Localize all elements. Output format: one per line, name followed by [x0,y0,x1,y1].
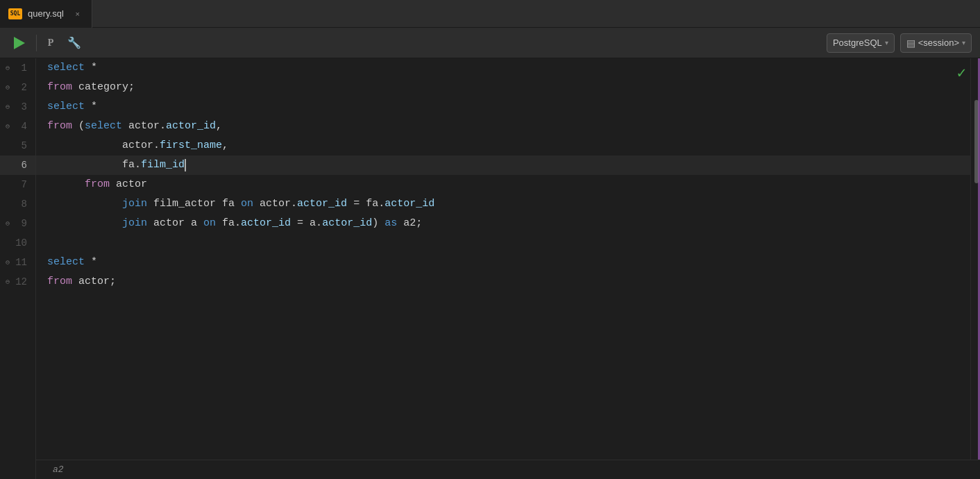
tab-bar: SQL query.sql × [0,0,980,28]
tab-query-sql[interactable]: SQL query.sql × [0,0,92,28]
validation-checkmark: ✓ [957,64,966,83]
db-selector-arrow-icon: ▾ [885,39,888,47]
fold-icon-2[interactable]: ⊖ [3,83,12,92]
code-line-7: from actor [36,175,970,194]
code-line-4: from (select actor.actor_id, [36,117,970,136]
fold-icon-11[interactable]: ⊖ [3,258,12,267]
code-line-11: select * [36,253,970,272]
p-button[interactable]: P [42,35,59,51]
wrench-icon: 🔧 [67,36,81,49]
scrollbar[interactable] [970,58,980,479]
bottom-hint-text: a2 [53,464,64,475]
toolbar-right: PostgreSQL ▾ ▤ <session> ▾ [827,33,972,53]
tab-close-button[interactable]: × [72,8,83,19]
fold-icon-4[interactable]: ⊖ [3,121,12,131]
wrench-button[interactable]: 🔧 [65,33,84,53]
code-line-10 [36,233,970,253]
run-icon [14,37,25,49]
run-button[interactable] [8,33,31,53]
code-area[interactable]: select * from category; select * from (s… [36,58,970,479]
line-number-10: 10 [0,233,35,253]
sql-file-icon: SQL [8,8,22,19]
tab-filename: query.sql [28,8,64,19]
line-number-8: 8 [0,194,35,214]
fold-icon-9[interactable]: ⊖ [3,219,12,228]
db-selector-label: PostgreSQL [833,37,882,48]
session-selector-label: <session> [918,37,959,48]
code-line-3: select * [36,97,970,117]
toolbar: P 🔧 PostgreSQL ▾ ▤ <session> ▾ [0,28,980,58]
code-line-12: from actor; [36,272,970,292]
session-arrow-icon: ▾ [962,39,965,47]
fold-icon-12[interactable]: ⊖ [3,277,12,287]
line-number-2: ⊖ 2 [0,78,35,97]
line-number-4: ⊖ 4 [0,117,35,136]
text-cursor [185,159,186,171]
code-line-9: join actor a on fa.actor_id = a.actor_id… [36,214,970,233]
fold-icon-3[interactable]: ⊖ [3,102,12,112]
line-number-9: ⊖ 9 [0,214,35,233]
fold-icon-1[interactable]: ⊖ [3,63,12,73]
code-line-1: select * [36,58,970,78]
toolbar-divider-1 [36,35,37,51]
code-line-2: from category; [36,78,970,97]
code-line-6: fa.film_id [36,156,970,175]
line-number-12: ⊖ 12 [0,272,35,292]
editor-container: ⊖ 1 ⊖ 2 ⊖ 3 ⊖ 4 5 6 7 8 [0,58,980,479]
line-number-6: 6 [0,156,35,175]
line-number-11: ⊖ 11 [0,253,35,272]
db-selector-dropdown[interactable]: PostgreSQL ▾ [827,33,895,53]
line-numbers: ⊖ 1 ⊖ 2 ⊖ 3 ⊖ 4 5 6 7 8 [0,58,36,479]
code-line-5: actor.first_name, [36,136,970,156]
toolbar-left: P 🔧 [8,33,84,53]
line-number-5: 5 [0,136,35,156]
bottom-hint-bar: a2 [36,460,980,479]
line-number-1: ⊖ 1 [0,58,35,78]
session-icon: ▤ [906,37,915,49]
line-number-3: ⊖ 3 [0,97,35,117]
session-selector-dropdown[interactable]: ▤ <session> ▾ [900,33,972,53]
line-number-7: 7 [0,175,35,194]
code-line-8: join film_actor fa on actor.actor_id = f… [36,194,970,214]
